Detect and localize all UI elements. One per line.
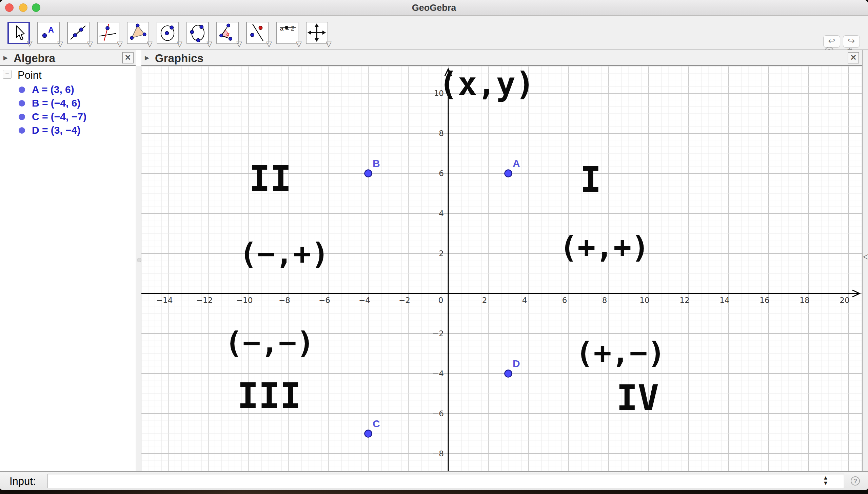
input-bar: Input: ▲ ▼ ? — [0, 471, 868, 490]
point-visibility-dot[interactable] — [19, 127, 25, 134]
x-axis-tick-label: 4 — [522, 296, 527, 305]
close-icon: × — [851, 52, 856, 63]
x-axis-tick-label: −4 — [359, 296, 370, 305]
x-axis-tick-label: −2 — [399, 296, 410, 305]
x-axis-tick-label: 8 — [602, 296, 607, 305]
right-edge-strip[interactable]: ◁ — [862, 50, 868, 471]
dropdown-arrow-icon[interactable]: ▽ — [266, 40, 272, 48]
perpendicular-line-icon — [98, 23, 117, 42]
circle-icon — [158, 23, 177, 42]
x-axis-tick-label: 16 — [760, 296, 769, 305]
redo-button[interactable]: ↪ — [843, 35, 860, 48]
move-graphics-view-tool[interactable]: ▽ — [306, 22, 328, 44]
y-axis-tick-label: 4 — [439, 209, 444, 218]
slider-tool[interactable]: a = 2 ▽ — [276, 22, 298, 44]
annotation-text: III — [237, 378, 301, 413]
input-field-wrap: ▲ ▼ — [47, 474, 844, 488]
algebra-panel-title: Algebra — [14, 52, 55, 65]
x-axis-tick-label: −10 — [236, 296, 253, 305]
algebra-item-B[interactable]: B = (−4, 6) — [0, 97, 136, 110]
y-axis-tick-label: 8 — [439, 129, 444, 138]
reflect-tool[interactable]: ▽ — [246, 22, 269, 44]
move-tool[interactable]: ▽ — [7, 22, 30, 44]
command-input[interactable] — [48, 474, 844, 488]
redo-icon: ↪ — [848, 36, 855, 46]
algebra-item-C[interactable]: C = (−4, −7) — [0, 111, 136, 124]
algebra-item-label: B = (−4, 6) — [32, 97, 80, 109]
point-tool[interactable]: A ▽ — [37, 22, 60, 44]
point-icon: A — [39, 23, 58, 42]
algebra-group-point[interactable]: − Point — [0, 69, 136, 81]
line-tool[interactable]: ▽ — [67, 22, 90, 44]
circle-tool[interactable]: ▽ — [157, 22, 179, 44]
dropdown-arrow-icon[interactable]: ▽ — [206, 40, 212, 48]
input-help-button[interactable]: ? — [851, 476, 860, 486]
stepper-down-icon: ▼ — [822, 480, 829, 486]
window-title: GeoGebra — [0, 3, 868, 13]
x-axis-tick-label: 20 — [840, 296, 849, 305]
x-axis-tick-label: −6 — [319, 296, 330, 305]
point-A[interactable] — [505, 170, 512, 177]
x-axis-tick-label: 14 — [719, 296, 729, 305]
point-C[interactable] — [365, 430, 372, 437]
y-axis-tick-label: −2 — [432, 329, 444, 338]
dropdown-arrow-icon[interactable]: ▽ — [87, 40, 93, 48]
graphics-close-button[interactable]: × — [848, 52, 859, 63]
disclosure-triangle-icon[interactable]: ▶ — [145, 54, 149, 61]
x-axis-tick-label: 12 — [679, 296, 689, 305]
cursor-arrow-icon — [9, 24, 28, 43]
angle-icon: α — [218, 23, 237, 42]
move-view-icon — [307, 23, 326, 42]
annotation-text: (x,y) — [439, 68, 535, 100]
slider-icon: a = 2 — [277, 22, 298, 43]
point-B[interactable] — [365, 170, 372, 177]
point-label-A: A — [513, 158, 520, 169]
polygon-tool[interactable]: ▽ — [127, 22, 149, 44]
algebra-group-label: Point — [18, 69, 42, 81]
input-history-stepper[interactable]: ▲ ▼ — [822, 475, 829, 486]
collapse-icon[interactable]: − — [3, 70, 12, 79]
graphics-view[interactable]: −14−12−10−8−6−4−224681012141618200108642… — [141, 66, 862, 471]
stepper-up-icon: ▲ — [822, 475, 829, 480]
dropdown-arrow-icon[interactable]: ▽ — [296, 40, 302, 48]
y-axis-tick-label: 6 — [439, 169, 444, 178]
svg-text:A: A — [48, 25, 54, 34]
reflect-icon — [248, 23, 267, 42]
close-icon: × — [125, 52, 131, 63]
panel-divider[interactable] — [136, 66, 141, 471]
dropdown-arrow-icon[interactable]: ▽ — [236, 40, 242, 48]
undo-icon: ↩ — [828, 36, 835, 46]
graphics-panel-header: ▶ Graphics × — [141, 50, 862, 66]
algebra-close-button[interactable]: × — [122, 52, 134, 63]
divider-drag-handle-icon[interactable] — [137, 258, 141, 262]
x-axis-tick-label: −8 — [279, 296, 290, 305]
dropdown-arrow-icon[interactable]: ▽ — [147, 40, 153, 48]
disclosure-triangle-icon[interactable]: ▶ — [3, 54, 8, 61]
dropdown-arrow-icon[interactable]: ▽ — [27, 39, 33, 48]
point-visibility-dot[interactable] — [19, 114, 25, 120]
dropdown-arrow-icon[interactable]: ▽ — [117, 40, 123, 48]
point-label-C: C — [373, 418, 380, 430]
y-axis-tick-label: −6 — [432, 409, 444, 418]
algebra-item-label: D = (3, −4) — [32, 125, 80, 136]
angle-tool[interactable]: α ▽ — [216, 22, 239, 44]
y-axis-tick-label: −8 — [432, 449, 444, 458]
dropdown-arrow-icon[interactable]: ▽ — [57, 40, 63, 48]
point-visibility-dot[interactable] — [19, 100, 25, 107]
polygon-icon — [128, 23, 147, 42]
point-D[interactable] — [505, 370, 512, 377]
perpendicular-line-tool[interactable]: ▽ — [97, 22, 119, 44]
dropdown-arrow-icon[interactable]: ▽ — [177, 40, 182, 48]
algebra-panel-header: ▶ Algebra × — [0, 50, 136, 66]
point-visibility-dot[interactable] — [19, 87, 25, 93]
algebra-item-D[interactable]: D = (3, −4) — [0, 124, 136, 137]
svg-text:α: α — [226, 31, 230, 37]
panel-collapse-arrow-icon[interactable]: ◁ — [863, 252, 868, 261]
ellipse-tool[interactable]: ▽ — [186, 22, 209, 44]
origin-tick-label: 0 — [438, 296, 443, 305]
dropdown-arrow-icon[interactable]: ▽ — [326, 40, 332, 48]
algebra-item-A[interactable]: A = (3, 6) — [0, 83, 136, 96]
ellipse-icon — [188, 23, 207, 42]
x-axis-tick-label: 18 — [800, 296, 809, 305]
undo-button[interactable]: ↩ — [823, 35, 840, 48]
